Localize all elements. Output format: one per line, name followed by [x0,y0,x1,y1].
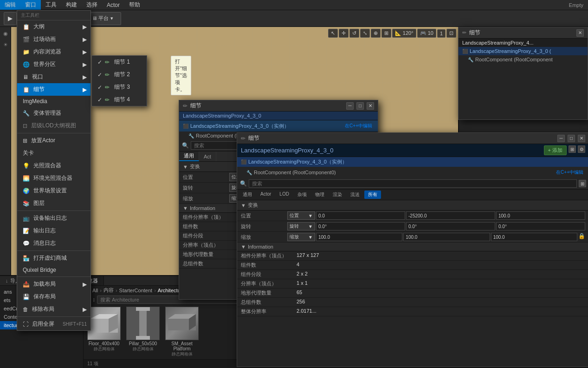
sub-details-2[interactable]: ✓ ✏ 细节 2 [92,68,147,81]
main-actor-name: LandscapeStreamingProxy_4... [459,38,588,48]
menu-variant-manager[interactable]: 🔧 变体管理器 [17,107,90,119]
menu-content-browser[interactable]: 📁 内容浏览器 ▶ [17,46,90,58]
content-arrow: ▶ [83,49,87,55]
breadcrumb-all[interactable]: All [92,288,98,293]
menu-quixel-label: Quixel Bridge [23,267,56,273]
vp-scale-btn[interactable]: ⤡ [360,29,370,38]
menu-fab[interactable]: 🏪 打开虚幻商城 [17,252,90,264]
menu-env-mixer[interactable]: 🌅 环境光照混合器 [17,172,90,184]
main-instance-row[interactable]: ⬛ LandscapeStreamingProxy_4_3_0 [459,48,588,57]
vp-extra-btn[interactable]: ⊡ [446,29,456,38]
viewport-icon: 🖥 [23,74,28,80]
remove-icon: 🗑 [23,306,28,313]
menu-hlod[interactable]: ⊡ 层级LOD大纲视图 [17,119,90,132]
menu-viewport-label: 视口 [32,73,43,81]
asset-pillar[interactable]: Pillar_50x500 静态网格体 [124,307,162,357]
menu-actor[interactable]: Actor [102,0,124,10]
menu-quixel[interactable]: Quixel Bridge [17,264,90,276]
vp-select-btn[interactable]: ↖ [328,29,338,38]
load-arrow: ▶ [83,281,87,288]
asset-label-pillar: Pillar_50x500 [129,341,157,346]
main-detail-tabs: 通用 Actor LOD 杂项 [459,66,588,76]
menu-place-label: 放置Actor [31,137,55,145]
cinematic-arrow: ▶ [83,36,87,43]
menu-fab-label: 打开虚幻商城 [33,254,67,262]
tab-general[interactable]: 通用 [459,66,479,75]
asset-browser-area: ← All › 内容 › StarterContent › Architectu… [84,286,588,368]
menu-outline[interactable]: 📋 大纲 ▶ [17,20,90,33]
menu-device-log[interactable]: 📺 设备输出日志 [17,212,90,224]
breadcrumb-arch[interactable]: Architecture [158,288,185,293]
menu-content-label: 内容浏览器 [33,48,61,56]
menu-wsettings-label: 世界场景设置 [33,187,67,195]
vp-move-btn[interactable]: ✛ [339,29,349,38]
sub-details-4[interactable]: ✓ ✏ 细节 4 [92,93,147,106]
sidebar-icon-2[interactable]: ☀ [1,40,10,49]
vp-rotate-btn[interactable]: ↺ [349,29,359,38]
menu-remove-label: 移除布局 [32,305,54,313]
menu-build[interactable]: 构建 [61,0,82,10]
play-button[interactable]: ▶ [4,12,17,25]
window-menu-header: 主工具栏 [17,11,90,20]
sub-details-3[interactable]: ✓ ✏ 细节 3 [92,81,147,93]
menu-details[interactable]: 📋 细节 ▶ [17,83,90,96]
menu-world-settings[interactable]: 🌍 世界场景设置 [17,184,90,197]
menu-tools[interactable]: 工具 [41,0,61,10]
main-detail-scroll[interactable]: 通用 Actor LOD 杂项 [459,66,588,275]
refresh-icon[interactable]: ↻ [582,296,586,303]
tab-actor[interactable]: Actor [479,66,501,75]
asset-label-platform: SM_Asset Platform [163,341,200,351]
details-arrow: ▶ [83,86,87,93]
menu-select[interactable]: 选择 [82,0,102,10]
check-1: ✓ [97,59,102,66]
menu-level[interactable]: 关卡 [17,147,90,159]
asset-thumb-pillar [126,307,160,340]
menu-load-layout[interactable]: 📥 加载布局 ▶ [17,278,90,290]
menu-remove-layout[interactable]: 🗑 移除布局 ▶ [17,303,90,315]
menu-place-actor[interactable]: ⊞ 放置Actor [17,134,90,147]
tab-misc[interactable]: 杂项 [521,66,541,75]
menu-layers[interactable]: 📚 图层 [17,197,90,210]
tab-lod[interactable]: LOD [501,66,521,75]
breadcrumb-sep-2: › [116,288,117,293]
edit-icon-3: ✏ [105,84,110,91]
menu-edit[interactable]: 编辑 [0,0,20,10]
viewport-toolbar: ↖ ✛ ↺ ⤡ ⊕ ⊞ 📐 120° 🎮 10 1 ⊡ [328,29,456,38]
breadcrumb-starter[interactable]: StarterContent [119,288,153,293]
asset-sublabel-floor: 静态网格体 [94,346,115,352]
menu-window[interactable]: 窗口 [20,0,41,10]
breadcrumb-content[interactable]: 内容 [103,287,114,294]
search-icon[interactable]: 🔍 [573,296,580,303]
vp-grid-btn[interactable]: ⊞ [381,29,391,38]
menu-save-layout[interactable]: 💾 保存布局 [17,290,90,303]
menu-viewport[interactable]: 🖥 视口 ▶ [17,71,90,83]
menu-env-label: 环境光照混合器 [33,174,72,182]
menu-light-mixer[interactable]: 💡 光照混合器 [17,159,90,172]
sort-icon[interactable]: ↕ [92,296,95,303]
sub-details-1-label: 细节 1 [114,58,130,66]
sub-details-4-label: 细节 4 [114,96,130,104]
menu-fullscreen-label: 启用全屏 [32,320,54,328]
menu-fullscreen[interactable]: ⛶ 启用全屏 SHIFT+F11 [17,318,90,330]
vp-speed-btn[interactable]: 🎮 10 [417,29,436,38]
asset-floor[interactable]: Floor_400x400 静态网格体 [85,307,123,357]
main-instance-label: LandscapeStreamingProxy_4_3_0 [471,50,549,55]
sub-details-1[interactable]: ✓ ✏ 细节 1 [92,56,147,68]
asset-search-input[interactable] [97,296,571,304]
main-root-row: 🔧 RootComponent (RootComponent) [459,57,588,66]
world-arrow: ▶ [83,61,87,68]
menu-msg-log[interactable]: 💬 消息日志 [17,237,90,250]
sidebar-icon-1[interactable]: ◉ [1,29,10,38]
menu-cinematic[interactable]: 🎬 过场动画 ▶ [17,33,90,46]
menu-world-partition[interactable]: 🌐 世界分区 ▶ [17,58,90,71]
vp-angle-btn[interactable]: 📐 120° [392,29,416,38]
menu-light-label: 光照混合器 [33,162,61,170]
menu-imgmedia[interactable]: ImgMedia [17,96,90,107]
menu-help[interactable]: 帮助 [124,0,145,10]
menu-output-log[interactable]: 📝 输出日志 [17,224,90,237]
asset-platform[interactable]: SM_Asset Platform 静态网格体 [163,307,200,357]
vp-mode-btn[interactable]: ⊕ [371,29,381,38]
vp-num-btn[interactable]: 1 [437,29,446,38]
main-detail-close[interactable]: ✕ [577,29,584,36]
check-4: ✓ [97,97,102,103]
